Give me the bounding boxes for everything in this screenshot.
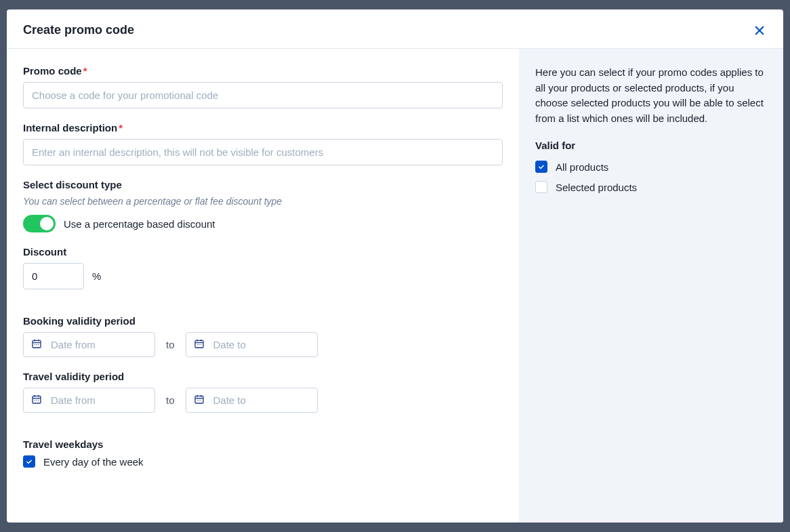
booking-date-from-wrapper: [23, 332, 155, 357]
discount-label: Discount: [23, 246, 503, 258]
every-day-row: Every day of the week: [23, 455, 503, 468]
travel-date-from-input[interactable]: [23, 388, 155, 413]
side-panel: Here you can select if your promo codes …: [519, 49, 783, 523]
every-day-checkbox[interactable]: [23, 455, 35, 468]
close-button[interactable]: [751, 22, 768, 41]
booking-date-to-input[interactable]: [186, 332, 318, 357]
discount-row: %: [23, 263, 503, 289]
discount-unit: %: [92, 270, 101, 282]
check-icon: [25, 457, 33, 466]
internal-description-input[interactable]: [23, 139, 503, 165]
booking-validity-group: Booking validity period to: [23, 315, 503, 357]
main-panel: Promo code* Internal description* Select…: [7, 49, 519, 523]
close-icon: [753, 24, 766, 37]
booking-date-to-wrapper: [186, 332, 318, 357]
every-day-label: Every day of the week: [43, 456, 144, 468]
modal-title: Create promo code: [23, 23, 134, 37]
travel-validity-group: Travel validity period to: [23, 371, 503, 413]
modal-header: Create promo code: [7, 9, 783, 49]
discount-type-label: Select discount type: [23, 179, 503, 190]
all-products-label: All products: [556, 161, 608, 173]
travel-date-range: to: [23, 388, 503, 413]
all-products-checkbox[interactable]: [535, 161, 547, 173]
discount-type-toggle-row: Use a percentage based discount: [23, 215, 503, 232]
discount-type-subtext: You can select between a percentage or f…: [23, 196, 503, 207]
booking-date-from-input[interactable]: [23, 332, 155, 357]
promo-code-label: Promo code*: [23, 65, 503, 77]
travel-weekdays-group: Travel weekdays Every day of the week: [23, 438, 503, 468]
toggle-knob: [40, 217, 54, 230]
discount-type-group: Select discount type You can select betw…: [23, 179, 503, 232]
selected-products-row: Selected products: [535, 181, 767, 193]
promo-code-group: Promo code*: [23, 65, 503, 108]
discount-group: Discount %: [23, 246, 503, 289]
travel-date-to-wrapper: [186, 388, 318, 413]
travel-weekdays-label: Travel weekdays: [23, 438, 503, 450]
percentage-toggle[interactable]: [23, 215, 56, 232]
valid-for-heading: Valid for: [535, 140, 767, 151]
selected-products-label: Selected products: [556, 182, 637, 193]
travel-date-from-wrapper: [23, 388, 155, 413]
check-icon: [537, 163, 545, 171]
side-description: Here you can select if your promo codes …: [535, 65, 767, 126]
promo-code-input[interactable]: [23, 82, 503, 108]
selected-products-checkbox[interactable]: [535, 181, 547, 193]
booking-validity-label: Booking validity period: [23, 315, 503, 327]
travel-date-to-input[interactable]: [186, 388, 318, 413]
travel-to-separator: to: [166, 394, 175, 406]
percentage-toggle-label: Use a percentage based discount: [64, 218, 215, 230]
discount-input[interactable]: [23, 263, 84, 289]
booking-date-range: to: [23, 332, 503, 357]
internal-description-label: Internal description*: [23, 122, 503, 134]
all-products-row: All products: [535, 161, 767, 173]
modal-body: Promo code* Internal description* Select…: [7, 49, 783, 523]
booking-to-separator: to: [166, 339, 175, 350]
create-promo-modal: Create promo code Promo code* Internal d…: [7, 9, 783, 523]
internal-description-group: Internal description*: [23, 122, 503, 165]
travel-validity-label: Travel validity period: [23, 371, 503, 382]
